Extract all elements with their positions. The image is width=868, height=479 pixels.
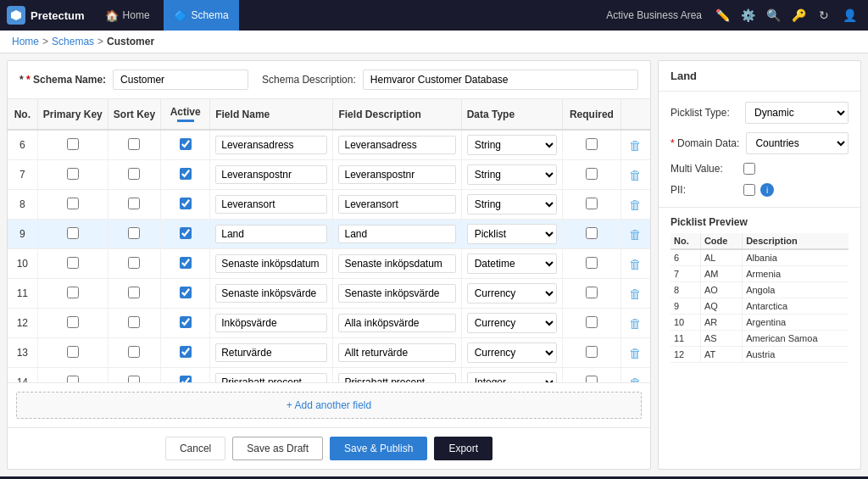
dtype-select[interactable]: StringIntegerDatetimeCurrencyPicklistBoo… [467, 253, 557, 274]
fname-input[interactable] [215, 225, 327, 243]
delete-row-button[interactable]: 🗑 [629, 257, 642, 271]
sk-checkbox[interactable] [128, 257, 140, 269]
fdesc-input[interactable] [338, 254, 455, 273]
pk-checkbox[interactable] [67, 376, 79, 383]
req-checkbox[interactable] [586, 138, 598, 150]
fdesc-input[interactable] [338, 136, 455, 154]
domain-data-select[interactable]: Countries Currencies [746, 132, 849, 154]
sk-checkbox[interactable] [128, 227, 140, 239]
search-icon[interactable]: 🔍 [761, 3, 785, 27]
sk-checkbox[interactable] [128, 376, 140, 383]
refresh-icon[interactable]: ↻ [812, 3, 836, 27]
req-checkbox[interactable] [586, 376, 598, 383]
fdesc-input[interactable] [338, 373, 455, 382]
active-checkbox[interactable] [180, 168, 192, 180]
sk-checkbox[interactable] [128, 168, 140, 180]
pencil-icon[interactable]: ✏️ [710, 3, 734, 27]
pk-checkbox[interactable] [67, 138, 79, 150]
dtype-select[interactable]: StringIntegerDatetimeCurrencyPicklistBoo… [467, 164, 557, 185]
req-checkbox[interactable] [586, 168, 598, 180]
req-checkbox[interactable] [586, 316, 598, 328]
breadcrumb-schemas[interactable]: Schemas [52, 36, 94, 47]
picklist-type-row: Picklist Type: Dynamic Static [670, 102, 849, 124]
cell-req [562, 249, 620, 279]
sk-checkbox[interactable] [128, 138, 140, 150]
req-checkbox[interactable] [586, 198, 598, 209]
cell-dtype: StringIntegerDatetimeCurrencyPicklistBoo… [461, 130, 562, 160]
nav-home[interactable]: 🏠 Home [95, 0, 160, 31]
pk-checkbox[interactable] [67, 168, 79, 180]
pii-checkbox[interactable] [743, 184, 755, 196]
dtype-select[interactable]: StringIntegerDatetimeCurrencyPicklistBoo… [467, 135, 557, 155]
active-checkbox[interactable] [180, 198, 192, 209]
pk-checkbox[interactable] [67, 346, 79, 358]
pk-checkbox[interactable] [67, 316, 79, 328]
sk-checkbox[interactable] [128, 316, 140, 328]
req-checkbox[interactable] [586, 287, 598, 298]
dtype-select[interactable]: StringIntegerDatetimeCurrencyPicklistBoo… [467, 313, 557, 333]
cancel-button[interactable]: Cancel [165, 437, 225, 460]
fname-input[interactable] [215, 136, 327, 154]
fname-input[interactable] [215, 343, 327, 362]
picklist-type-select[interactable]: Dynamic Static [745, 102, 849, 124]
pk-checkbox[interactable] [67, 287, 79, 298]
fdesc-input[interactable] [338, 195, 455, 214]
key-icon[interactable]: 🔑 [787, 3, 810, 27]
req-checkbox[interactable] [586, 227, 598, 239]
add-field-button[interactable]: + Add another field [16, 392, 642, 419]
fname-input[interactable] [215, 165, 327, 184]
delete-row-button[interactable]: 🗑 [629, 198, 642, 212]
pk-checkbox[interactable] [67, 227, 79, 239]
fdesc-input[interactable] [338, 314, 455, 332]
pk-checkbox[interactable] [67, 257, 79, 269]
delete-row-button[interactable]: 🗑 [629, 346, 642, 360]
fname-input[interactable] [215, 195, 327, 214]
active-checkbox[interactable] [180, 257, 192, 269]
fname-input[interactable] [215, 373, 327, 382]
active-checkbox[interactable] [180, 287, 192, 298]
active-checkbox[interactable] [180, 376, 192, 383]
fname-input[interactable] [215, 254, 327, 273]
delete-row-button[interactable]: 🗑 [629, 287, 642, 301]
export-button[interactable]: Export [434, 437, 492, 460]
delete-row-button[interactable]: 🗑 [629, 227, 642, 242]
active-checkbox[interactable] [180, 227, 192, 239]
dtype-select[interactable]: StringIntegerDatetimeCurrencyPicklistBoo… [467, 283, 557, 304]
req-checkbox[interactable] [586, 257, 598, 269]
top-nav-right: Active Business Area ✏️ ⚙️ 🔍 🔑 ↻ 👤 [606, 3, 861, 27]
sk-checkbox[interactable] [128, 198, 140, 209]
delete-row-button[interactable]: 🗑 [629, 138, 642, 153]
active-checkbox[interactable] [180, 316, 192, 328]
active-checkbox[interactable] [180, 346, 192, 358]
dtype-select[interactable]: StringIntegerDatetimeCurrencyPicklistBoo… [467, 372, 557, 382]
save-draft-button[interactable]: Save as Draft [232, 437, 323, 460]
user-icon[interactable]: 👤 [837, 3, 861, 27]
fname-input[interactable] [215, 314, 327, 332]
gear-icon[interactable]: ⚙️ [736, 3, 760, 27]
schema-name-input[interactable] [113, 70, 248, 90]
delete-row-button[interactable]: 🗑 [629, 376, 642, 383]
dtype-select[interactable]: StringIntegerDatetimeCurrencyPicklistBoo… [467, 343, 557, 363]
active-checkbox[interactable] [180, 138, 192, 150]
schema-desc-input[interactable] [363, 70, 638, 90]
dtype-select[interactable]: StringIntegerDatetimeCurrencyPicklistBoo… [467, 194, 557, 214]
multi-value-checkbox[interactable] [743, 163, 755, 175]
req-checkbox[interactable] [586, 346, 598, 358]
cell-fdesc [333, 190, 461, 220]
dtype-select[interactable]: StringIntegerDatetimeCurrencyPicklistBoo… [467, 224, 557, 244]
pk-checkbox[interactable] [67, 198, 79, 209]
sk-checkbox[interactable] [128, 287, 140, 298]
fdesc-input[interactable] [338, 343, 455, 362]
fdesc-input[interactable] [338, 284, 455, 303]
breadcrumb-home[interactable]: Home [12, 36, 39, 47]
delete-row-button[interactable]: 🗑 [629, 168, 642, 182]
fname-input[interactable] [215, 284, 327, 303]
fdesc-input[interactable] [338, 165, 455, 184]
cell-no: 7 [8, 160, 37, 190]
fdesc-input[interactable] [338, 225, 455, 243]
save-publish-button[interactable]: Save & Publish [330, 437, 427, 460]
pii-info-icon[interactable]: i [760, 183, 774, 197]
sk-checkbox[interactable] [128, 346, 140, 358]
nav-schema[interactable]: 🔷 Schema [164, 0, 239, 31]
delete-row-button[interactable]: 🗑 [629, 316, 642, 331]
